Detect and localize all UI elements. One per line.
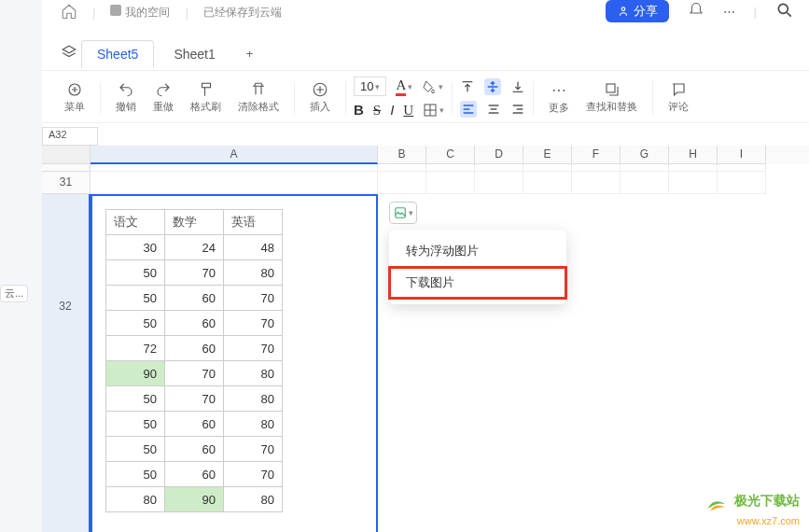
col-header-d[interactable]: D (475, 146, 523, 164)
col-header-i[interactable]: I (718, 146, 766, 164)
home-icon[interactable] (61, 3, 77, 22)
more-icon[interactable]: ⋯ (723, 5, 735, 19)
row-header-32[interactable]: 32 (42, 194, 91, 532)
separator: | (92, 6, 95, 20)
col-header-e[interactable]: E (523, 146, 572, 164)
valign-middle-button[interactable] (484, 78, 501, 95)
selected-cell-a32[interactable]: 语文数学英语 302448 507080 506070 506070 72607… (91, 194, 378, 532)
col-header-g[interactable]: G (621, 146, 669, 164)
saved-status: 已经保存到云端 (203, 5, 282, 21)
menu-item-download[interactable]: 下载图片 (389, 267, 566, 299)
svg-rect-3 (202, 83, 210, 88)
breadcrumb-space[interactable]: 我的空间 (110, 5, 170, 21)
svg-point-1 (778, 4, 788, 13)
search-icon[interactable] (775, 1, 794, 22)
cell[interactable] (523, 172, 572, 194)
cell[interactable] (718, 172, 766, 194)
separator: | (754, 5, 757, 19)
strike-button[interactable]: S (373, 103, 381, 119)
select-all-corner[interactable] (42, 146, 91, 164)
bell-icon[interactable] (688, 2, 704, 21)
cell[interactable] (378, 172, 426, 194)
find-replace-button[interactable]: 查找和替换 (579, 79, 645, 116)
folder-icon (110, 5, 121, 16)
valign-bottom-button[interactable] (510, 79, 525, 94)
image-options-button[interactable]: ▾ (389, 202, 417, 224)
font-color-button[interactable]: A▾ (396, 77, 412, 96)
cell[interactable] (669, 172, 718, 194)
format-painter-button[interactable]: 格式刷 (183, 79, 229, 116)
more-button[interactable]: ⋯更多 (541, 79, 577, 117)
cell[interactable] (475, 172, 523, 194)
svg-point-0 (621, 7, 625, 10)
valign-top-button[interactable] (460, 79, 475, 94)
watermark-icon (704, 489, 730, 515)
col-header-a[interactable]: A (91, 146, 378, 164)
halign-center-button[interactable] (486, 102, 501, 117)
col-header-f[interactable]: F (572, 146, 621, 164)
border-button[interactable]: ▾ (423, 103, 444, 118)
col-header-h[interactable]: H (669, 146, 718, 164)
watermark: 极光下载站 www.xz7.com (704, 489, 800, 526)
tab-sheet5[interactable]: Sheet5 (81, 40, 154, 68)
redo-button[interactable]: 重做 (146, 79, 181, 116)
fill-color-button[interactable]: ▾ (422, 79, 443, 94)
name-box[interactable]: A32 (42, 127, 98, 146)
sheets-icon[interactable] (61, 44, 77, 63)
separator: | (185, 6, 188, 20)
menu-button[interactable]: 菜单 (57, 79, 92, 116)
row-header-31[interactable]: 31 (42, 172, 91, 194)
undo-button[interactable]: 撤销 (108, 79, 144, 116)
cell-a31[interactable] (91, 172, 378, 194)
share-button[interactable]: 分享 (606, 0, 669, 22)
bold-button[interactable]: B (354, 102, 364, 119)
col-header-c[interactable]: C (426, 146, 475, 164)
add-sheet-button[interactable]: + (235, 41, 265, 66)
insert-button[interactable]: 插入 (302, 79, 338, 116)
tab-sheet1[interactable]: Sheet1 (158, 40, 230, 68)
row-header[interactable] (42, 164, 91, 172)
cloud-tag: 云... (0, 285, 28, 302)
svg-rect-6 (607, 84, 615, 92)
comment-button[interactable]: 评论 (661, 79, 696, 116)
italic-button[interactable]: I (390, 102, 394, 119)
menu-item-float[interactable]: 转为浮动图片 (389, 235, 566, 267)
cell[interactable] (426, 172, 475, 194)
clear-format-button[interactable]: 清除格式 (230, 79, 286, 116)
cell[interactable] (621, 172, 669, 194)
underline-button[interactable]: U (403, 103, 413, 119)
halign-right-button[interactable] (510, 102, 525, 117)
image-context-menu: 转为浮动图片 下载图片 (389, 230, 566, 304)
col-header-b[interactable]: B (378, 146, 426, 164)
cell[interactable] (572, 172, 621, 194)
halign-left-button[interactable] (460, 101, 477, 118)
embedded-table-image[interactable]: 语文数学英语 302448 507080 506070 506070 72607… (105, 209, 283, 512)
font-size-select[interactable]: 10▾ (354, 77, 386, 96)
